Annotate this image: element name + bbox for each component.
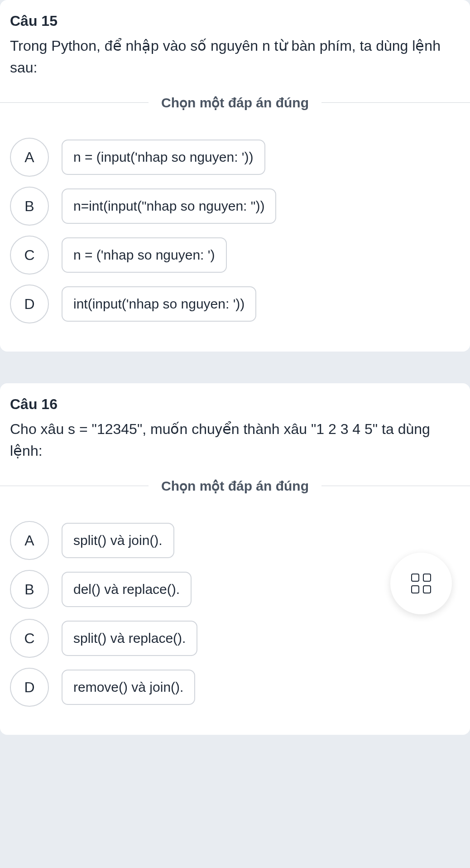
- option-d[interactable]: D int(input('nhap so nguyen: ')): [10, 285, 460, 323]
- option-a[interactable]: A split() và join().: [10, 521, 460, 560]
- instruction-text: Chọn một đáp án đúng: [149, 95, 321, 111]
- option-content: n = (input('nhap so nguyen: ')): [62, 140, 265, 175]
- divider-line-right: [321, 486, 470, 486]
- question-card-15: Câu 15 Trong Python, để nhập vào số nguy…: [0, 0, 470, 352]
- instruction-divider: Chọn một đáp án đúng: [0, 95, 470, 111]
- option-b[interactable]: B n=int(input("nhap so nguyen: ")): [10, 187, 460, 226]
- option-c[interactable]: C split() và replace().: [10, 619, 460, 658]
- question-text: Cho xâu s = "12345", muốn chuyển thành x…: [10, 418, 460, 462]
- option-a[interactable]: A n = (input('nhap so nguyen: ')): [10, 138, 460, 177]
- question-text: Trong Python, để nhập vào số nguyên n từ…: [10, 35, 460, 78]
- option-letter: D: [10, 668, 49, 707]
- option-content: n=int(input("nhap so nguyen: ")): [62, 188, 276, 224]
- option-content: split() và replace().: [62, 621, 197, 656]
- option-c[interactable]: C n = ('nhap so nguyen: '): [10, 236, 460, 275]
- option-letter: C: [10, 236, 49, 275]
- option-content: split() và join().: [62, 523, 174, 558]
- grid-icon: [411, 574, 431, 593]
- option-d[interactable]: D remove() và join().: [10, 668, 460, 707]
- option-letter: A: [10, 138, 49, 177]
- option-letter: D: [10, 285, 49, 323]
- question-card-16: Câu 16 Cho xâu s = "12345", muốn chuyển …: [0, 383, 470, 735]
- option-content: n = ('nhap so nguyen: '): [62, 237, 227, 273]
- option-letter: C: [10, 619, 49, 658]
- option-letter: B: [10, 187, 49, 226]
- question-number: Câu 16: [10, 396, 460, 413]
- divider-line-left: [0, 486, 149, 486]
- grid-menu-button[interactable]: [390, 553, 452, 614]
- option-letter: A: [10, 521, 49, 560]
- divider-line-right: [321, 102, 470, 103]
- option-content: remove() và join().: [62, 670, 195, 705]
- divider-line-left: [0, 102, 149, 103]
- option-content: int(input('nhap so nguyen: ')): [62, 286, 256, 322]
- instruction-text: Chọn một đáp án đúng: [149, 478, 321, 494]
- instruction-divider: Chọn một đáp án đúng: [0, 478, 470, 494]
- option-content: del() và replace().: [62, 572, 192, 607]
- option-letter: B: [10, 570, 49, 609]
- question-number: Câu 15: [10, 13, 460, 29]
